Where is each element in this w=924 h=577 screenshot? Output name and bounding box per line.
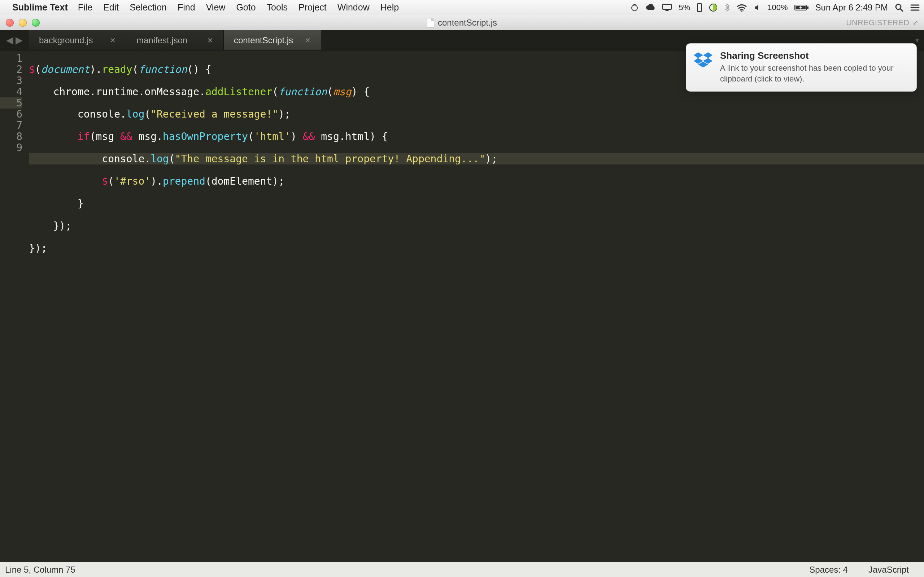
window-titlebar: contentScript.js UNREGISTERED ⤢ — [0, 15, 924, 30]
line-number: 8 — [0, 131, 23, 142]
window-title: contentScript.js — [438, 18, 497, 28]
battery-left-percent: 5% — [678, 3, 690, 12]
window-close-button[interactable] — [6, 19, 14, 27]
menubar-phone-battery-icon[interactable] — [696, 3, 703, 12]
registration-label: UNREGISTERED — [846, 18, 909, 27]
menu-view[interactable]: View — [206, 2, 226, 13]
macos-menubar: Sublime Text File Edit Selection Find Vi… — [0, 0, 924, 15]
indentation-setting[interactable]: Spaces: 4 — [799, 565, 858, 575]
tab-close-icon[interactable]: ✕ — [305, 36, 311, 45]
menu-tools[interactable]: Tools — [267, 2, 288, 13]
svg-rect-1 — [663, 4, 671, 10]
menubar-cloud-icon[interactable] — [645, 4, 656, 11]
notification-center-icon[interactable] — [910, 3, 920, 11]
menu-selection[interactable]: Selection — [129, 2, 167, 13]
menubar-timer-icon[interactable] — [630, 3, 639, 12]
menubar-bluetooth-icon[interactable] — [724, 3, 730, 12]
status-bar: Line 5, Column 75 Spaces: 4 JavaScript — [0, 562, 924, 577]
menu-window[interactable]: Window — [338, 2, 370, 13]
line-number: 9 — [0, 142, 23, 153]
menu-goto[interactable]: Goto — [236, 2, 255, 13]
nav-back-icon[interactable]: ◀ — [6, 35, 13, 46]
tab-close-icon[interactable]: ✕ — [110, 36, 116, 45]
window-minimize-button[interactable] — [19, 19, 27, 27]
document-icon — [427, 18, 434, 27]
menubar-volume-icon[interactable] — [754, 3, 761, 11]
tab-close-icon[interactable]: ✕ — [207, 36, 213, 45]
line-number: 2 — [0, 64, 23, 75]
line-number: 5 — [0, 97, 23, 108]
window-zoom-button[interactable] — [32, 19, 40, 27]
line-number-gutter: 1 2 3 4 5 6 7 8 9 — [0, 50, 29, 562]
tab-label: contentScript.js — [234, 35, 293, 45]
menubar-battery-icon[interactable] — [795, 4, 809, 11]
line-number: 7 — [0, 120, 23, 131]
app-name[interactable]: Sublime Text — [12, 2, 68, 13]
line-number: 1 — [0, 53, 23, 64]
svg-point-0 — [632, 5, 637, 11]
line-number: 4 — [0, 86, 23, 97]
code-editor[interactable]: 1 2 3 4 5 6 7 8 9 $(document).ready(func… — [0, 50, 924, 562]
line-number: 3 — [0, 75, 23, 86]
tab-background-js[interactable]: background.js ✕ — [29, 30, 126, 50]
svg-rect-7 — [807, 6, 809, 9]
menubar-disk-icon[interactable] — [709, 3, 717, 12]
menu-edit[interactable]: Edit — [103, 2, 119, 13]
menubar-airplay-icon[interactable] — [662, 3, 672, 11]
menu-project[interactable]: Project — [299, 2, 327, 13]
code-content[interactable]: $(document).ready(function() { chrome.ru… — [29, 50, 924, 562]
menubar-wifi-icon[interactable] — [736, 3, 747, 11]
svg-point-8 — [896, 4, 901, 10]
notification-body: A link to your screenshot has been copie… — [720, 63, 908, 84]
menu-file[interactable]: File — [78, 2, 92, 13]
line-number: 6 — [0, 108, 23, 120]
battery-right-percent: 100% — [767, 3, 788, 12]
tab-label: manifest.json — [136, 35, 187, 45]
menu-find[interactable]: Find — [178, 2, 195, 13]
dropbox-icon — [693, 50, 714, 71]
menu-help[interactable]: Help — [380, 2, 399, 13]
tab-label: background.js — [39, 35, 93, 45]
editor-window: contentScript.js UNREGISTERED ⤢ ◀ ▶ back… — [0, 15, 924, 577]
tab-overflow-icon[interactable]: ▼ — [914, 36, 921, 44]
dropbox-notification[interactable]: Sharing Screenshot A link to your screen… — [686, 43, 917, 92]
menubar-datetime[interactable]: Sun Apr 6 2:49 PM — [815, 3, 888, 13]
nav-forward-icon[interactable]: ▶ — [16, 35, 23, 46]
cursor-position: Line 5, Column 75 — [5, 565, 76, 575]
svg-rect-2 — [697, 3, 702, 11]
tab-manifest-json[interactable]: manifest.json ✕ — [126, 30, 224, 50]
spotlight-icon[interactable] — [894, 3, 904, 12]
tab-contentscript-js[interactable]: contentScript.js ✕ — [224, 30, 321, 50]
svg-point-4 — [741, 10, 743, 11]
fullscreen-icon[interactable]: ⤢ — [913, 19, 918, 27]
syntax-setting[interactable]: JavaScript — [858, 565, 919, 575]
notification-title: Sharing Screenshot — [720, 50, 908, 61]
